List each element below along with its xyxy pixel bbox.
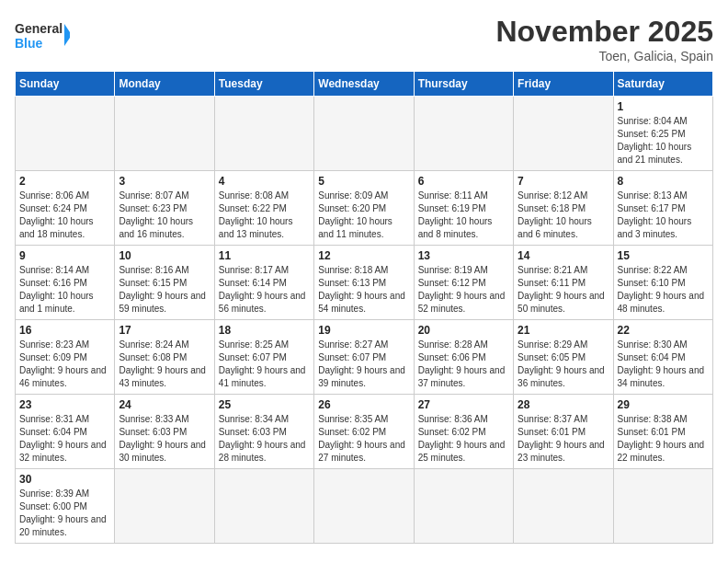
calendar-cell: 21Sunrise: 8:29 AM Sunset: 6:05 PM Dayli… xyxy=(514,320,613,395)
day-number: 19 xyxy=(318,324,409,337)
calendar-cell: 24Sunrise: 8:33 AM Sunset: 6:03 PM Dayli… xyxy=(115,395,214,469)
calendar-cell xyxy=(314,469,414,544)
calendar-cell: 18Sunrise: 8:25 AM Sunset: 6:07 PM Dayli… xyxy=(214,320,313,395)
weekday-header-sunday: Sunday xyxy=(16,72,115,97)
day-info: Sunrise: 8:39 AM Sunset: 6:00 PM Dayligh… xyxy=(19,488,110,539)
calendar-cell: 5Sunrise: 8:09 AM Sunset: 6:20 PM Daylig… xyxy=(314,171,414,246)
calendar-cell xyxy=(514,469,613,544)
day-number: 13 xyxy=(418,249,509,262)
day-info: Sunrise: 8:38 AM Sunset: 6:01 PM Dayligh… xyxy=(618,413,709,465)
svg-marker-2 xyxy=(64,24,70,46)
day-info: Sunrise: 8:11 AM Sunset: 6:19 PM Dayligh… xyxy=(418,190,509,241)
day-number: 10 xyxy=(119,249,210,262)
title-block: November 2025 Toen, Galicia, Spain xyxy=(495,15,713,63)
day-info: Sunrise: 8:27 AM Sunset: 6:07 PM Dayligh… xyxy=(318,339,409,390)
calendar-cell xyxy=(115,469,214,544)
weekday-header-monday: Monday xyxy=(115,72,214,97)
day-number: 8 xyxy=(618,175,709,188)
day-number: 28 xyxy=(518,398,609,411)
day-number: 18 xyxy=(219,324,310,337)
calendar-cell: 26Sunrise: 8:35 AM Sunset: 6:02 PM Dayli… xyxy=(314,395,414,469)
day-info: Sunrise: 8:22 AM Sunset: 6:10 PM Dayligh… xyxy=(618,264,709,316)
day-number: 14 xyxy=(518,249,609,262)
day-number: 12 xyxy=(318,249,409,262)
day-number: 11 xyxy=(219,249,310,262)
calendar-cell: 30Sunrise: 8:39 AM Sunset: 6:00 PM Dayli… xyxy=(16,469,115,544)
calendar-cell: 19Sunrise: 8:27 AM Sunset: 6:07 PM Dayli… xyxy=(314,320,414,395)
calendar-cell xyxy=(314,97,414,171)
day-info: Sunrise: 8:09 AM Sunset: 6:20 PM Dayligh… xyxy=(318,190,409,241)
day-number: 6 xyxy=(418,175,509,188)
page-header: General Blue November 2025 Toen, Galicia… xyxy=(15,15,713,63)
day-info: Sunrise: 8:34 AM Sunset: 6:03 PM Dayligh… xyxy=(219,413,310,465)
day-info: Sunrise: 8:13 AM Sunset: 6:17 PM Dayligh… xyxy=(618,190,709,241)
logo-svg: General Blue xyxy=(15,15,70,55)
day-info: Sunrise: 8:29 AM Sunset: 6:05 PM Dayligh… xyxy=(518,339,609,390)
calendar-cell xyxy=(16,97,115,171)
calendar-cell: 15Sunrise: 8:22 AM Sunset: 6:10 PM Dayli… xyxy=(613,246,712,320)
calendar-cell: 23Sunrise: 8:31 AM Sunset: 6:04 PM Dayli… xyxy=(16,395,115,469)
day-info: Sunrise: 8:23 AM Sunset: 6:09 PM Dayligh… xyxy=(19,339,110,390)
day-info: Sunrise: 8:35 AM Sunset: 6:02 PM Dayligh… xyxy=(318,413,409,465)
weekday-header-thursday: Thursday xyxy=(414,72,513,97)
calendar-cell xyxy=(214,469,313,544)
day-info: Sunrise: 8:08 AM Sunset: 6:22 PM Dayligh… xyxy=(219,190,310,241)
calendar-cell: 16Sunrise: 8:23 AM Sunset: 6:09 PM Dayli… xyxy=(16,320,115,395)
day-number: 23 xyxy=(19,398,110,411)
day-number: 2 xyxy=(19,175,110,188)
day-number: 5 xyxy=(318,175,409,188)
day-number: 26 xyxy=(318,398,409,411)
calendar-table: SundayMondayTuesdayWednesdayThursdayFrid… xyxy=(15,71,713,544)
day-info: Sunrise: 8:17 AM Sunset: 6:14 PM Dayligh… xyxy=(219,264,310,316)
calendar-cell: 12Sunrise: 8:18 AM Sunset: 6:13 PM Dayli… xyxy=(314,246,414,320)
day-number: 16 xyxy=(19,324,110,337)
calendar-cell: 14Sunrise: 8:21 AM Sunset: 6:11 PM Dayli… xyxy=(514,246,613,320)
day-info: Sunrise: 8:31 AM Sunset: 6:04 PM Dayligh… xyxy=(19,413,110,465)
calendar-cell: 6Sunrise: 8:11 AM Sunset: 6:19 PM Daylig… xyxy=(414,171,513,246)
day-number: 25 xyxy=(219,398,310,411)
day-number: 7 xyxy=(518,175,609,188)
day-number: 15 xyxy=(618,249,709,262)
calendar-cell: 28Sunrise: 8:37 AM Sunset: 6:01 PM Dayli… xyxy=(514,395,613,469)
day-info: Sunrise: 8:12 AM Sunset: 6:18 PM Dayligh… xyxy=(518,190,609,241)
calendar-cell: 27Sunrise: 8:36 AM Sunset: 6:02 PM Dayli… xyxy=(414,395,513,469)
logo: General Blue xyxy=(15,15,70,55)
day-info: Sunrise: 8:21 AM Sunset: 6:11 PM Dayligh… xyxy=(518,264,609,316)
calendar-cell: 4Sunrise: 8:08 AM Sunset: 6:22 PM Daylig… xyxy=(214,171,313,246)
day-number: 1 xyxy=(618,100,709,113)
svg-text:General: General xyxy=(15,21,63,36)
calendar-cell: 25Sunrise: 8:34 AM Sunset: 6:03 PM Dayli… xyxy=(214,395,313,469)
day-info: Sunrise: 8:16 AM Sunset: 6:15 PM Dayligh… xyxy=(119,264,210,316)
calendar-cell xyxy=(414,97,513,171)
calendar-cell: 3Sunrise: 8:07 AM Sunset: 6:23 PM Daylig… xyxy=(115,171,214,246)
day-info: Sunrise: 8:18 AM Sunset: 6:13 PM Dayligh… xyxy=(318,264,409,316)
day-info: Sunrise: 8:25 AM Sunset: 6:07 PM Dayligh… xyxy=(219,339,310,390)
day-number: 29 xyxy=(618,398,709,411)
svg-text:Blue: Blue xyxy=(15,36,43,51)
calendar-cell: 11Sunrise: 8:17 AM Sunset: 6:14 PM Dayli… xyxy=(214,246,313,320)
day-info: Sunrise: 8:36 AM Sunset: 6:02 PM Dayligh… xyxy=(418,413,509,465)
weekday-header-saturday: Saturday xyxy=(613,72,712,97)
day-info: Sunrise: 8:28 AM Sunset: 6:06 PM Dayligh… xyxy=(418,339,509,390)
calendar-cell xyxy=(115,97,214,171)
day-number: 21 xyxy=(518,324,609,337)
calendar-cell: 7Sunrise: 8:12 AM Sunset: 6:18 PM Daylig… xyxy=(514,171,613,246)
day-info: Sunrise: 8:37 AM Sunset: 6:01 PM Dayligh… xyxy=(518,413,609,465)
calendar-cell xyxy=(414,469,513,544)
calendar-cell: 8Sunrise: 8:13 AM Sunset: 6:17 PM Daylig… xyxy=(613,171,712,246)
calendar-cell: 17Sunrise: 8:24 AM Sunset: 6:08 PM Dayli… xyxy=(115,320,214,395)
calendar-cell: 13Sunrise: 8:19 AM Sunset: 6:12 PM Dayli… xyxy=(414,246,513,320)
calendar-cell: 9Sunrise: 8:14 AM Sunset: 6:16 PM Daylig… xyxy=(16,246,115,320)
calendar-cell: 22Sunrise: 8:30 AM Sunset: 6:04 PM Dayli… xyxy=(613,320,712,395)
month-title: November 2025 xyxy=(495,15,713,49)
day-info: Sunrise: 8:24 AM Sunset: 6:08 PM Dayligh… xyxy=(119,339,210,390)
day-info: Sunrise: 8:06 AM Sunset: 6:24 PM Dayligh… xyxy=(19,190,110,241)
day-number: 9 xyxy=(19,249,110,262)
day-info: Sunrise: 8:33 AM Sunset: 6:03 PM Dayligh… xyxy=(119,413,210,465)
weekday-header-wednesday: Wednesday xyxy=(314,72,414,97)
day-number: 22 xyxy=(618,324,709,337)
calendar-cell: 1Sunrise: 8:04 AM Sunset: 6:25 PM Daylig… xyxy=(613,97,712,171)
calendar-cell: 10Sunrise: 8:16 AM Sunset: 6:15 PM Dayli… xyxy=(115,246,214,320)
calendar-cell xyxy=(613,469,712,544)
day-info: Sunrise: 8:07 AM Sunset: 6:23 PM Dayligh… xyxy=(119,190,210,241)
